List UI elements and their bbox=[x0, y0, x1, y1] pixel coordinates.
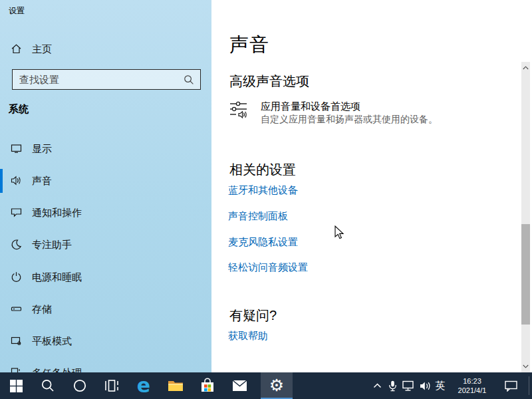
chevron-up-icon bbox=[373, 383, 382, 388]
edge-icon: e bbox=[137, 376, 150, 396]
edge-button[interactable]: e bbox=[128, 372, 160, 399]
mouse-cursor bbox=[334, 225, 345, 243]
power-icon bbox=[11, 271, 22, 285]
network-icon bbox=[402, 380, 416, 392]
tray-network[interactable] bbox=[400, 372, 418, 399]
sidebar-item-power-sleep[interactable]: 电源和睡眠 bbox=[0, 264, 211, 291]
tray-volume[interactable] bbox=[418, 372, 434, 399]
file-explorer-button[interactable] bbox=[160, 372, 192, 399]
link-sound-control-panel[interactable]: 声音控制面板 bbox=[228, 210, 288, 223]
action-center-icon bbox=[505, 380, 517, 392]
sidebar-item-label: 声音 bbox=[32, 175, 52, 188]
home-icon bbox=[11, 43, 22, 57]
sidebar-item-display[interactable]: 显示 bbox=[0, 136, 211, 162]
microphone-icon bbox=[388, 380, 398, 392]
search-input[interactable] bbox=[19, 70, 179, 89]
sidebar-item-label: 电源和睡眠 bbox=[32, 271, 82, 284]
clock-time: 16:23 bbox=[458, 376, 487, 386]
app-volume-preferences-item[interactable]: 应用音量和设备首选项 自定义应用音量和扬声器或其使用的设备。 bbox=[229, 99, 495, 126]
page-title: 声音 bbox=[229, 32, 269, 59]
cortana-icon bbox=[73, 379, 86, 392]
settings-app-button[interactable]: ⚙ bbox=[261, 372, 293, 399]
link-ease-of-access-audio[interactable]: 轻松访问音频设置 bbox=[228, 261, 308, 274]
sidebar-item-label: 通知和操作 bbox=[32, 207, 82, 219]
sidebar-item-label: 存储 bbox=[32, 303, 52, 316]
sidebar-item-sound[interactable]: 声音 bbox=[0, 168, 211, 194]
start-button[interactable] bbox=[0, 372, 32, 399]
tray-ime-indicator[interactable]: 英 bbox=[432, 372, 448, 399]
gear-icon: ⚙ bbox=[269, 377, 284, 394]
sidebar-item-label: 主页 bbox=[32, 43, 52, 56]
file-explorer-icon bbox=[168, 379, 184, 392]
app-volume-item-description: 自定义应用音量和扬声器或其使用的设备。 bbox=[261, 114, 438, 126]
mail-icon bbox=[232, 380, 247, 392]
sidebar-item-notifications[interactable]: 通知和操作 bbox=[0, 200, 211, 226]
sidebar-item-label: 多任务处理 bbox=[32, 367, 82, 372]
store-button[interactable] bbox=[192, 372, 223, 399]
search-icon[interactable] bbox=[184, 74, 194, 88]
taskbar: e ⚙ 英 16:23 2021/4/1 bbox=[0, 372, 532, 399]
store-icon bbox=[200, 378, 215, 394]
link-get-help[interactable]: 获取帮助 bbox=[228, 330, 268, 342]
section-heading-related-settings: 相关的设置 bbox=[229, 161, 296, 179]
cortana-button[interactable] bbox=[64, 372, 96, 399]
link-microphone-privacy[interactable]: 麦克风隐私设置 bbox=[228, 236, 298, 249]
notifications-icon bbox=[11, 207, 22, 221]
windows-logo-icon bbox=[10, 380, 23, 392]
show-desktop-button[interactable] bbox=[529, 376, 529, 395]
sidebar-item-label: 显示 bbox=[32, 143, 52, 156]
scroll-down-icon[interactable] bbox=[521, 362, 530, 371]
section-heading-advanced-sound: 高级声音选项 bbox=[229, 72, 309, 90]
search-box[interactable] bbox=[12, 69, 201, 90]
tray-clock[interactable]: 16:23 2021/4/1 bbox=[451, 372, 493, 399]
sidebar-item-label: 平板模式 bbox=[32, 335, 72, 348]
sidebar: 设置 主页 系统 显示 声音 bbox=[0, 0, 211, 372]
clock-date: 2021/4/1 bbox=[458, 386, 487, 395]
scrollbar[interactable] bbox=[521, 62, 530, 372]
sidebar-section-system: 系统 bbox=[9, 103, 29, 116]
sidebar-item-home[interactable]: 主页 bbox=[0, 40, 211, 60]
taskbar-search-button[interactable] bbox=[32, 372, 64, 399]
sidebar-item-label: 专注助手 bbox=[32, 239, 72, 251]
task-view-button[interactable] bbox=[96, 372, 128, 399]
speaker-icon bbox=[11, 175, 22, 189]
tray-show-hidden-icons[interactable] bbox=[368, 372, 386, 399]
tray-microphone[interactable] bbox=[386, 372, 399, 399]
main-content: 声音 高级声音选项 应用音量和设备首选项 自定 bbox=[211, 0, 532, 372]
scrollbar-thumb[interactable] bbox=[521, 224, 530, 325]
speaker-icon bbox=[420, 380, 432, 392]
section-heading-help: 有疑问? bbox=[229, 307, 277, 325]
multitask-icon bbox=[11, 367, 22, 372]
sidebar-item-multitasking[interactable]: 多任务处理 bbox=[0, 360, 211, 372]
volume-mixer-icon bbox=[229, 100, 251, 123]
task-view-icon bbox=[104, 379, 119, 392]
sidebar-item-tablet-mode[interactable]: 平板模式 bbox=[0, 328, 211, 354]
moon-icon bbox=[11, 239, 22, 253]
sidebar-item-focus-assist[interactable]: 专注助手 bbox=[0, 231, 211, 258]
search-icon bbox=[41, 379, 55, 392]
link-bluetooth-other-devices[interactable]: 蓝牙和其他设备 bbox=[228, 184, 298, 197]
storage-icon bbox=[11, 303, 22, 317]
tablet-icon bbox=[11, 335, 22, 349]
display-icon bbox=[11, 143, 22, 157]
app-title: 设置 bbox=[9, 5, 25, 17]
settings-window: 设置 主页 系统 显示 声音 bbox=[0, 0, 532, 372]
sidebar-item-storage[interactable]: 存储 bbox=[0, 296, 211, 323]
scroll-up-icon[interactable] bbox=[521, 63, 530, 72]
action-center-button[interactable] bbox=[499, 372, 523, 399]
app-volume-item-title: 应用音量和设备首选项 bbox=[261, 100, 360, 113]
mail-button[interactable] bbox=[223, 372, 255, 399]
